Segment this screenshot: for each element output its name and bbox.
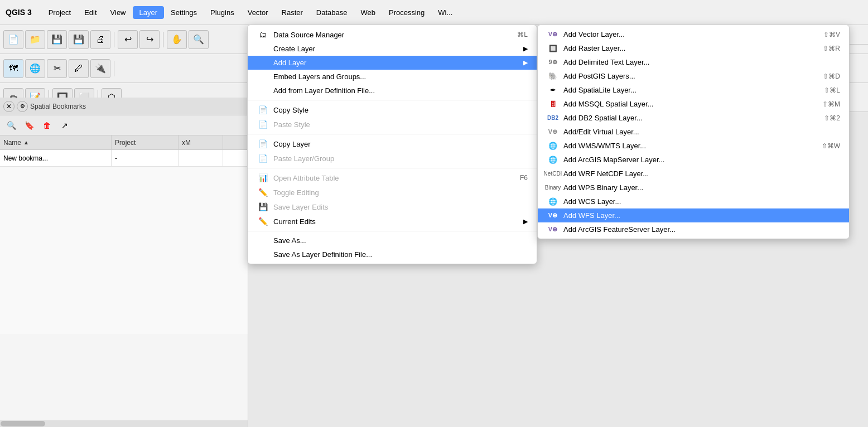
menu-item-add-layer[interactable]: Add Layer ▶	[248, 56, 537, 70]
add-layer-arrow: ▶	[523, 59, 528, 66]
panel-share-btn[interactable]: ↗	[57, 118, 73, 133]
add-wms-btn[interactable]: 🌐	[25, 59, 45, 78]
menu-item-add-wms[interactable]: 🌐 Add WMS/WMTS Layer... ⇧⌘W	[538, 139, 849, 153]
menu-item-add-mssql[interactable]: 🗄 Add MSSQL Spatial Layer... ⇧⌘M	[538, 97, 849, 111]
circuit-btn[interactable]: 🔌	[90, 59, 110, 78]
menu-raster[interactable]: Raster	[275, 6, 310, 19]
paste-style-icon: 📄	[257, 120, 269, 129]
panel-toolbar: 🔍 🔖 🗑 ↗	[0, 115, 248, 135]
panel-search-btn[interactable]: 🔍	[3, 118, 19, 133]
menu-item-embed-layers[interactable]: Embed Layers and Groups...	[248, 70, 537, 84]
menu-vector[interactable]: Vector	[241, 6, 275, 19]
vector-icon: V⊕	[547, 31, 559, 38]
menu-item-save-def[interactable]: Save As Layer Definition File...	[248, 248, 537, 261]
app-name: QGIS 3	[6, 8, 32, 17]
arcgis-feature-icon: V⊕	[547, 226, 559, 233]
sep-4	[248, 231, 537, 231]
save-btn[interactable]: 💾	[47, 30, 67, 49]
wps-icon: Binary	[547, 185, 559, 191]
menu-wi[interactable]: Wi...	[431, 6, 459, 19]
add-vector-btn2[interactable]: 🗺	[3, 59, 23, 78]
add-layer-label: Add Layer	[273, 59, 523, 67]
menu-item-copy-style[interactable]: 📄 Copy Style	[248, 103, 537, 117]
save-as-btn[interactable]: 💾	[69, 30, 89, 49]
current-edits-label: Current Edits	[273, 217, 523, 226]
panel-close-btn[interactable]: ✕	[3, 101, 15, 112]
feather-btn[interactable]: 🖊	[69, 59, 89, 78]
create-layer-label: Create Layer	[273, 45, 523, 53]
menu-item-add-arcgis-map[interactable]: 🌐 Add ArcGIS MapServer Layer...	[538, 153, 849, 167]
menu-item-toggle-editing: ✏️ Toggle Editing	[248, 185, 537, 200]
menu-item-add-raster[interactable]: 🔲 Add Raster Layer... ⇧⌘R	[538, 41, 849, 55]
menu-item-add-virtual[interactable]: V⊕ Add/Edit Virtual Layer...	[538, 125, 849, 139]
arcgis-map-icon: 🌐	[547, 156, 559, 164]
menu-item-add-wcs[interactable]: 🌐 Add WCS Layer...	[538, 195, 849, 208]
virtual-label: Add/Edit Virtual Layer...	[563, 128, 840, 136]
embed-label: Embed Layers and Groups...	[273, 72, 528, 81]
save-edits-icon: 💾	[257, 202, 269, 211]
cell-project: -	[112, 150, 179, 166]
scissors-btn[interactable]: ✂	[47, 59, 67, 78]
scrollbar-thumb[interactable]	[1, 421, 45, 426]
menu-item-add-postgis[interactable]: 🐘 Add PostGIS Layers... ⇧⌘D	[538, 69, 849, 83]
menu-item-paste-layer: 📄 Paste Layer/Group	[248, 151, 537, 166]
panel-delete-btn[interactable]: 🗑	[39, 118, 55, 133]
col-name: Name ▲	[0, 135, 112, 149]
attr-table-label: Open Attribute Table	[273, 174, 509, 182]
menubar: QGIS 3 Project Edit View Layer Settings …	[0, 0, 868, 25]
arcgis-map-label: Add ArcGIS MapServer Layer...	[563, 156, 840, 164]
menu-item-current-edits[interactable]: ✏️ Current Edits ▶	[248, 214, 537, 229]
wms-label: Add WMS/WMTS Layer...	[563, 142, 811, 150]
menu-item-add-vector[interactable]: V⊕ Add Vector Layer... ⇧⌘V	[538, 27, 849, 41]
spatialite-icon: ✒	[547, 86, 559, 94]
menu-item-add-wrf[interactable]: NetCDI Add WRF NetCDF Layer...	[538, 167, 849, 181]
attr-table-icon: 📊	[257, 173, 269, 182]
toggle-edit-label: Toggle Editing	[273, 188, 528, 197]
save-as-label: Save As...	[273, 236, 528, 245]
db2-icon: DB2	[547, 115, 559, 121]
pan-btn[interactable]: ✋	[167, 30, 187, 49]
mssql-icon: 🗄	[547, 101, 559, 108]
menu-view[interactable]: View	[104, 6, 133, 19]
menu-settings[interactable]: Settings	[164, 6, 204, 19]
zoom-btn[interactable]: 🔍	[189, 30, 209, 49]
menu-item-add-delimited[interactable]: 9⊕ Add Delimited Text Layer...	[538, 55, 849, 69]
copy-layer-label: Copy Layer	[273, 140, 528, 148]
new-file-btn[interactable]: 📄	[3, 30, 23, 49]
menu-item-attribute-table: 📊 Open Attribute Table F6	[248, 171, 537, 185]
panel-bookmark-btn[interactable]: 🔖	[21, 118, 37, 133]
menu-item-add-spatialite[interactable]: ✒ Add SpatiaLite Layer... ⇧⌘L	[538, 83, 849, 97]
sep-3	[248, 168, 537, 168]
menu-item-add-wfs[interactable]: V⊕ Add WFS Layer...	[538, 208, 849, 222]
postgis-shortcut: ⇧⌘D	[823, 72, 840, 80]
add-def-label: Add from Layer Definition File...	[273, 86, 528, 95]
menu-item-create-layer[interactable]: Create Layer ▶	[248, 42, 537, 56]
print-btn[interactable]: 🖨	[90, 30, 110, 49]
menu-web[interactable]: Web	[354, 6, 382, 19]
undo-btn[interactable]: ↩	[118, 30, 138, 49]
raster-icon: 🔲	[547, 45, 559, 52]
sep-2	[248, 134, 537, 134]
menu-item-add-arcgis-feature[interactable]: V⊕ Add ArcGIS FeatureServer Layer...	[538, 222, 849, 236]
panel-settings-btn[interactable]: ⚙	[17, 101, 28, 112]
menu-database[interactable]: Database	[310, 6, 354, 19]
menu-item-data-source-manager[interactable]: 🗂 Data Source Manager ⌘L	[248, 27, 537, 42]
menu-layer[interactable]: Layer	[133, 6, 165, 19]
table-row[interactable]: New bookma... -	[0, 150, 248, 167]
current-edits-icon: ✏️	[257, 217, 269, 226]
open-btn[interactable]: 📁	[25, 30, 45, 49]
menu-edit[interactable]: Edit	[78, 6, 103, 19]
redo-btn[interactable]: ↪	[139, 30, 160, 49]
menu-item-save-as[interactable]: Save As...	[248, 234, 537, 248]
menu-item-add-wps[interactable]: Binary Add WPS Binary Layer...	[538, 181, 849, 195]
wrf-label: Add WRF NetCDF Layer...	[563, 169, 840, 178]
menu-item-copy-layer[interactable]: 📄 Copy Layer	[248, 137, 537, 151]
menu-item-add-definition[interactable]: Add from Layer Definition File...	[248, 84, 537, 98]
menu-project[interactable]: Project	[42, 6, 78, 19]
menu-plugins[interactable]: Plugins	[204, 6, 241, 19]
mssql-label: Add MSSQL Spatial Layer...	[563, 100, 811, 108]
vector-label: Add Vector Layer...	[563, 30, 812, 38]
menu-processing[interactable]: Processing	[382, 6, 431, 19]
menu-item-add-db2[interactable]: DB2 Add DB2 Spatial Layer... ⇧⌘2	[538, 111, 849, 125]
scrollbar-horizontal[interactable]	[0, 420, 248, 427]
